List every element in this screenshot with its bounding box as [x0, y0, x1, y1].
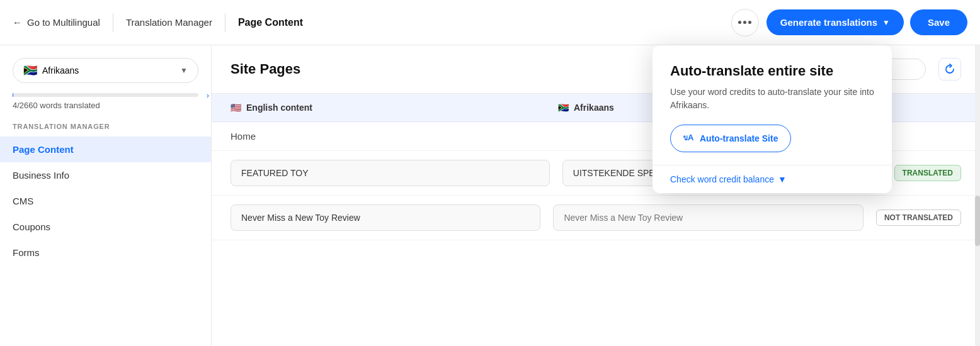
sidebar: 🇿🇦 Afrikaans ▼ › 4/2660 words translated… [0, 45, 212, 346]
scrollbar-track [975, 45, 980, 346]
word-count: 4/2660 words translated [13, 101, 198, 110]
language-flag: 🇿🇦 [23, 64, 37, 77]
top-header: ← Go to Multilingual Translation Manager… [0, 0, 980, 45]
english-toy-review-input[interactable] [231, 204, 540, 231]
chevron-down-icon: ▼ [882, 18, 890, 27]
popup-description: Use your word credits to auto-translate … [670, 86, 874, 112]
breadcrumb-page-content: Page Content [238, 17, 303, 28]
language-chevron-icon: ▼ [180, 66, 188, 75]
save-button[interactable]: Save [910, 9, 967, 35]
content-title: Site Pages [231, 61, 300, 77]
english-column-label: English content [246, 103, 312, 113]
svg-text:ꭒA: ꭒA [683, 133, 694, 142]
generate-translations-button[interactable]: Generate translations ▼ [766, 9, 904, 35]
chevron-down-credit-icon: ▼ [778, 174, 787, 184]
dots-icon [738, 21, 751, 24]
sidebar-item-page-content[interactable]: Page Content [0, 137, 211, 162]
header-divider-2 [225, 13, 225, 32]
generate-dropdown-popup: Auto-translate entire site Use your word… [652, 45, 892, 193]
afrikaans-toy-review-input[interactable] [553, 204, 863, 231]
generate-label: Generate translations [780, 17, 877, 28]
progress-bar-track [13, 93, 198, 97]
back-label: Go to Multilingual [27, 17, 100, 28]
check-credit-balance-button[interactable]: Check word credit balance ▼ [670, 165, 874, 193]
language-selector[interactable]: 🇿🇦 Afrikaans ▼ [13, 58, 198, 83]
english-featured-toy-input[interactable] [231, 160, 550, 186]
refresh-icon [944, 64, 955, 75]
status-badge-not-translated: NOT TRANSLATED [876, 209, 961, 226]
status-column-header [886, 103, 961, 113]
sidebar-item-coupons[interactable]: Coupons [0, 214, 211, 240]
more-options-button[interactable] [731, 9, 759, 36]
refresh-button[interactable] [938, 58, 961, 81]
column-english: 🇺🇸 English content [231, 103, 545, 113]
english-flag: 🇺🇸 [231, 103, 241, 113]
language-name: Afrikaans [42, 65, 175, 75]
header-divider-1 [113, 13, 113, 32]
breadcrumb-translation-manager: Translation Manager [126, 17, 212, 28]
sidebar-section-title: TRANSLATION MANAGER [0, 123, 211, 137]
auto-translate-site-button[interactable]: ꭒA Auto-translate Site [670, 125, 791, 152]
translate-icon: ꭒA [683, 131, 695, 145]
popup-title: Auto-translate entire site [670, 63, 874, 79]
progress-bar-container: › [13, 93, 198, 97]
sidebar-item-forms[interactable]: Forms [0, 240, 211, 265]
sidebar-item-cms[interactable]: CMS [0, 188, 211, 214]
afrikaans-flag: 🇿🇦 [558, 103, 569, 113]
sidebar-item-business-info[interactable]: Business Info [0, 162, 211, 188]
table-row: NOT TRANSLATED [212, 196, 980, 240]
status-badge-translated: TRANSLATED [894, 165, 961, 181]
chevron-right-icon: › [207, 91, 209, 100]
scrollbar-thumb[interactable] [975, 196, 980, 246]
afrikaans-column-label: Afrikaans [574, 103, 614, 113]
credit-balance-label: Check word credit balance [670, 174, 774, 184]
arrow-left-icon: ← [13, 17, 22, 28]
auto-translate-label: Auto-translate Site [700, 133, 778, 143]
back-button[interactable]: ← Go to Multilingual [13, 17, 100, 28]
